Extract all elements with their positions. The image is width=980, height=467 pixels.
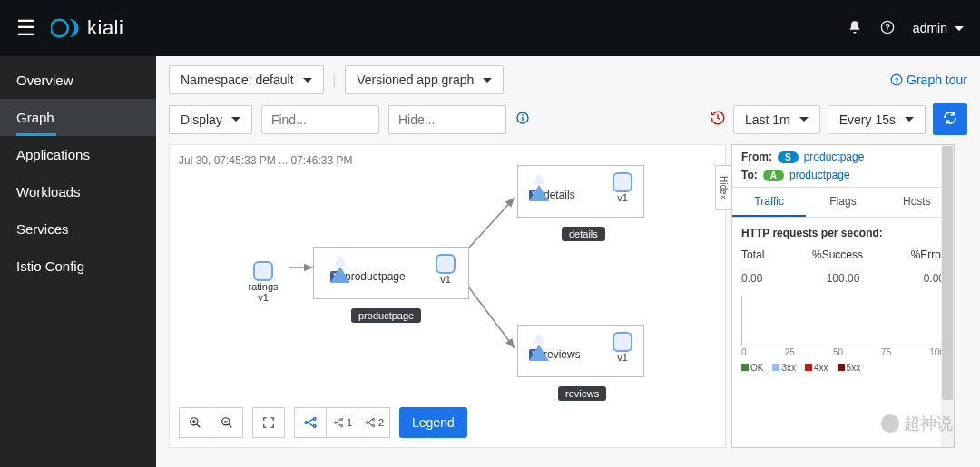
svg-point-0 [51, 20, 68, 37]
tab-flags[interactable]: Flags [806, 188, 879, 217]
svg-line-15 [197, 424, 201, 428]
service-icon [529, 330, 549, 361]
sidebar: Overview Graph Applications Workloads Se… [0, 56, 156, 467]
service-icon [330, 252, 350, 283]
node-version: v1 [612, 352, 632, 363]
legend-button[interactable]: Legend [399, 407, 467, 438]
traffic-table-row: 0.00 100.00 0.00 [741, 272, 945, 285]
node-version: v1 [612, 192, 632, 203]
node-ratings-v1[interactable]: ratings v1 [237, 254, 289, 308]
svg-line-29 [337, 420, 341, 423]
from-label: From: [741, 151, 772, 163]
sidebar-item-label: Istio Config [16, 258, 84, 274]
svg-text:?: ? [885, 23, 890, 32]
menu-toggle-icon[interactable]: ☰ [16, 15, 36, 41]
layout-default-button[interactable] [294, 407, 327, 438]
namespace-select-label: Namespace: default [181, 73, 294, 87]
notifications-icon[interactable] [848, 20, 862, 37]
sidebar-item-overview[interactable]: Overview [0, 62, 156, 99]
tab-traffic[interactable]: Traffic [732, 188, 806, 217]
svg-line-34 [368, 420, 373, 423]
display-select-label: Display [181, 112, 222, 127]
hide-input[interactable] [388, 105, 506, 134]
svg-point-26 [334, 422, 336, 423]
divider: | [333, 73, 337, 87]
svg-point-21 [305, 422, 308, 424]
layout-1-button[interactable]: 1 [326, 407, 358, 438]
node-productpage-svc[interactable]: ᛘ productpage [330, 252, 406, 283]
chevron-down-icon [905, 117, 914, 122]
fit-button[interactable] [252, 407, 285, 438]
zoom-out-button[interactable] [211, 407, 243, 438]
time-range-label: Last 1m [745, 112, 790, 127]
node-version: v1 [436, 274, 456, 285]
display-select[interactable]: Display [169, 105, 252, 134]
svg-point-22 [313, 418, 316, 421]
legend-swatch-4xx [805, 364, 812, 371]
sidebar-item-applications[interactable]: Applications [0, 136, 156, 173]
svg-line-25 [308, 423, 314, 426]
node-details-v1[interactable]: v1 [612, 170, 632, 203]
svg-line-35 [368, 423, 373, 426]
toolbar-row-2: Display Last 1m Every 15s [169, 103, 967, 135]
logo[interactable]: kiali [51, 16, 123, 40]
svg-text:?: ? [895, 76, 899, 84]
graph-type-select[interactable]: Versioned app graph [345, 65, 504, 94]
appbox-label-productpage: productpage [351, 308, 421, 323]
workload-icon [253, 261, 273, 281]
graph-tour-link[interactable]: ? Graph tour [890, 73, 967, 87]
graph-canvas[interactable]: Jul 30, 07:45:33 PM ... 07:46:33 PM http… [169, 144, 726, 448]
workload-icon [612, 172, 632, 192]
time-range-select[interactable]: Last 1m [733, 105, 820, 134]
refresh-interval-select[interactable]: Every 15s [828, 105, 926, 134]
svg-rect-7 [522, 117, 523, 122]
sp-body: HTTP requests per second: Total %Success… [732, 218, 954, 447]
sidebar-item-graph[interactable]: Graph [0, 99, 156, 136]
zoom-in-button[interactable] [179, 407, 211, 438]
appbox-details[interactable]: ᛘ details v1 [517, 165, 644, 218]
svg-point-32 [372, 418, 374, 420]
toolbar-row-1: Namespace: default | Versioned app graph… [169, 65, 967, 94]
legend-swatch-ok [741, 364, 749, 371]
namespace-select[interactable]: Namespace: default [169, 65, 324, 94]
node-details-svc[interactable]: ᛘ details [529, 170, 575, 201]
node-reviews-svc[interactable]: ᛘ reviews [529, 330, 581, 361]
filter-info-icon[interactable] [515, 111, 530, 128]
sidebar-item-istio-config[interactable]: Istio Config [0, 248, 156, 285]
node-version: v1 [244, 292, 282, 303]
node-productpage-v1[interactable]: v1 [436, 252, 456, 285]
refresh-button[interactable] [933, 103, 967, 135]
sidebar-item-label: Graph [16, 110, 54, 125]
sidebar-item-label: Services [16, 221, 69, 237]
user-name: admin [913, 21, 947, 35]
chevron-down-icon [483, 78, 492, 83]
history-icon[interactable] [710, 110, 726, 129]
help-icon[interactable]: ? [880, 20, 895, 37]
svg-line-24 [308, 419, 314, 423]
legend-swatch-5xx [838, 364, 845, 371]
appbox-productpage[interactable]: ᛘ productpage v1 [313, 247, 469, 299]
topbar: ☰ kiali ? admin [0, 0, 980, 56]
svg-point-28 [340, 424, 342, 426]
to-label: To: [741, 169, 758, 181]
appbox-reviews[interactable]: ᛘ reviews v1 [517, 325, 644, 377]
node-label: ratings [244, 281, 282, 292]
main-content: Namespace: default | Versioned app graph… [156, 56, 980, 467]
svg-point-27 [340, 418, 342, 420]
legend-swatch-3xx [772, 364, 779, 371]
user-menu[interactable]: admin [913, 21, 964, 35]
sidebar-item-services[interactable]: Services [0, 210, 156, 248]
from-link[interactable]: productpage [804, 151, 865, 163]
info-icon: ? [890, 73, 903, 86]
find-input[interactable] [261, 105, 379, 134]
appbox-label-details: details [562, 227, 605, 241]
node-reviews-v1[interactable]: v1 [612, 330, 632, 363]
hide-panel-button[interactable]: Hide » [715, 165, 731, 210]
sidebar-item-workloads[interactable]: Workloads [0, 173, 156, 210]
sidebar-item-label: Applications [16, 147, 90, 162]
svg-point-6 [522, 114, 524, 116]
traffic-chart [741, 296, 945, 345]
layout-2-button[interactable]: 2 [358, 407, 390, 438]
to-link[interactable]: productpage [789, 169, 850, 181]
logo-text: kiali [87, 16, 123, 40]
